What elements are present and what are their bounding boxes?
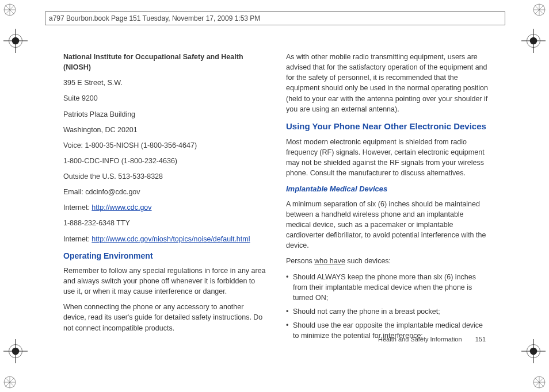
body-text: Most modern electronic equipment is shie…: [286, 137, 489, 179]
left-column: National Institute for Occupational Safe…: [63, 52, 266, 345]
niosh-noise-link[interactable]: http://www.cdc.gov/niosh/topics/noise/de…: [92, 235, 250, 243]
crop-mark-icon: [3, 3, 16, 16]
internet-label: Internet:: [63, 235, 92, 243]
heading-implantable-medical-devices: Implantable Medical Devices: [286, 184, 489, 195]
crop-mark-icon: [3, 376, 16, 389]
crop-mark-icon: [533, 376, 546, 389]
registration-mark-icon: [521, 339, 546, 363]
org-title: National Institute for Occupational Safe…: [63, 52, 266, 72]
internet-label: Internet:: [63, 203, 92, 212]
phone-voice: Voice: 1-800-35-NIOSH (1-800-356-4647): [63, 140, 266, 151]
registration-mark-icon: [521, 29, 546, 53]
address-line: Suite 9200: [63, 93, 266, 103]
body-text: Persons who have such devices:: [286, 256, 489, 266]
cdc-link[interactable]: http://www.cdc.gov: [92, 203, 151, 212]
heading-using-phone-near-devices: Using Your Phone Near Other Electronic D…: [286, 120, 489, 133]
body-text: When connecting the phone or any accesso…: [63, 302, 266, 333]
body-text: As with other mobile radio transmitting …: [286, 52, 489, 114]
body-text: Remember to follow any special regulatio…: [63, 266, 266, 297]
body-text: A minimum separation of six (6) inches s…: [286, 199, 489, 251]
bullet-list: Should ALWAYS keep the phone more than s…: [286, 272, 489, 341]
header-text: a797 Bourbon.book Page 151 Tuesday, Nove…: [49, 14, 260, 22]
phone-tty: 1-888-232-6348 TTY: [63, 218, 266, 228]
internet-line: Internet: http://www.cdc.gov: [63, 202, 266, 213]
page-header-box: a797 Bourbon.book Page 151 Tuesday, Nove…: [45, 11, 505, 25]
address-line: 395 E Street, S.W.: [63, 78, 266, 88]
phone-outside-us: Outside the U.S. 513-533-8328: [63, 171, 266, 182]
page-footer: Health and Safety Information 151: [378, 336, 486, 343]
heading-operating-environment: Operating Environment: [63, 250, 266, 262]
page-body: National Institute for Occupational Safe…: [63, 52, 489, 345]
crop-mark-icon: [533, 3, 546, 16]
phone-cdc-info: 1-800-CDC-INFO (1-800-232-4636): [63, 156, 266, 166]
registration-mark-icon: [3, 339, 28, 363]
address-line: Patriots Plaza Building: [63, 109, 266, 120]
list-item: Should ALWAYS keep the phone more than s…: [286, 272, 489, 303]
list-item: Should not carry the phone in a breast p…: [286, 306, 489, 317]
address-line: Washington, DC 20201: [63, 125, 266, 135]
internet-line: Internet: http://www.cdc.gov/niosh/topic…: [63, 234, 266, 244]
page-number: 151: [475, 336, 486, 343]
right-column: As with other mobile radio transmitting …: [286, 52, 489, 345]
registration-mark-icon: [3, 29, 28, 53]
email-line: Email: cdcinfo@cdc.gov: [63, 187, 266, 197]
footer-section: Health and Safety Information: [378, 336, 462, 343]
